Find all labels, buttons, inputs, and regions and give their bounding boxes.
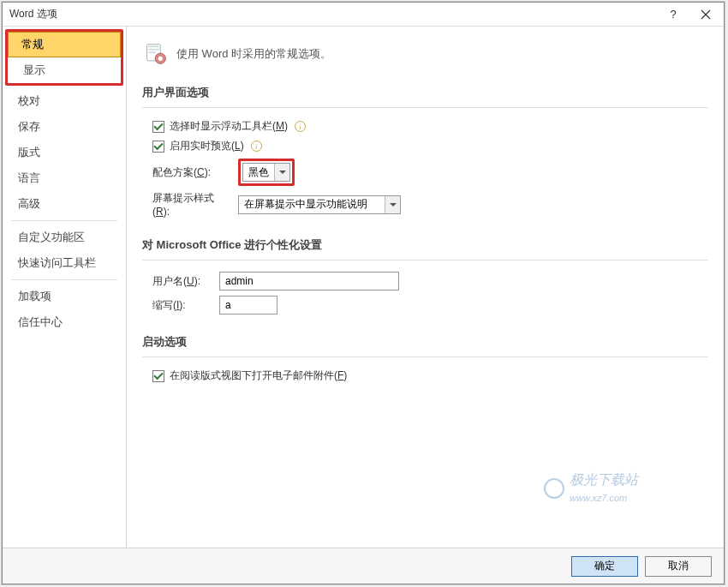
- sidebar-item-label: 高级: [18, 197, 40, 210]
- sidebar-separator: [11, 220, 117, 221]
- chevron-down-icon: [274, 164, 289, 181]
- chevron-down-icon: [385, 196, 400, 213]
- live-preview-label: 启用实时预览(L): [170, 139, 244, 153]
- content-header: 使用 Word 时采用的常规选项。: [142, 39, 708, 78]
- svg-rect-3: [148, 51, 156, 53]
- help-button[interactable]: ?: [657, 3, 689, 26]
- cancel-button[interactable]: 取消: [645, 556, 712, 577]
- sidebar-item-label: 加载项: [18, 290, 51, 302]
- sidebar-item-label: 信任中心: [18, 315, 63, 328]
- content-header-text: 使用 Word 时采用的常规选项。: [176, 46, 331, 62]
- sidebar-item-layout[interactable]: 版式: [3, 140, 126, 165]
- initials-label: 缩写(I):: [152, 298, 211, 313]
- sidebar-item-label: 校对: [18, 94, 40, 107]
- divider: [142, 260, 708, 261]
- sidebar-item-label: 快速访问工具栏: [18, 256, 96, 269]
- highlight-box-color-scheme: 黑色: [238, 159, 295, 186]
- mini-toolbar-checkbox[interactable]: [152, 121, 164, 133]
- sidebar-item-trust-center[interactable]: 信任中心: [3, 309, 126, 335]
- username-label: 用户名(U):: [152, 274, 211, 289]
- watermark-url: www.xz7.com: [570, 493, 627, 503]
- screentip-dropdown[interactable]: 在屏幕提示中显示功能说明: [238, 195, 401, 214]
- svg-rect-1: [148, 45, 158, 47]
- screentip-label: 屏幕提示样式(R):: [152, 191, 230, 218]
- watermark-text: 极光下载站: [570, 472, 638, 487]
- sidebar-item-advanced[interactable]: 高级: [3, 191, 126, 217]
- svg-point-5: [158, 57, 163, 61]
- live-preview-checkbox[interactable]: [152, 141, 164, 153]
- sidebar: 常规 显示 校对 保存 版式 语言 高级 自定义功能区 快速访问工具栏 加载项 …: [3, 27, 127, 548]
- open-attachments-label: 在阅读版式视图下打开电子邮件附件(F): [170, 368, 347, 383]
- sidebar-item-label: 显示: [23, 63, 45, 76]
- sidebar-item-label: 常规: [21, 38, 44, 51]
- options-icon: [144, 42, 168, 66]
- color-scheme-dropdown[interactable]: 黑色: [242, 163, 290, 182]
- watermark: 极光下载站 www.xz7.com: [544, 471, 638, 505]
- dropdown-value: 黑色: [248, 165, 274, 180]
- content-panel: 使用 Word 时采用的常规选项。 用户界面选项 选择时显示浮动工具栏(M) 启…: [127, 27, 724, 548]
- titlebar: Word 选项 ?: [3, 3, 724, 27]
- highlight-box-sidebar: 常规 显示: [5, 29, 123, 86]
- username-input[interactable]: [219, 272, 399, 291]
- sidebar-item-proofing[interactable]: 校对: [3, 88, 126, 114]
- section-title-ui: 用户界面选项: [142, 78, 708, 105]
- section-title-startup: 启动选项: [142, 327, 708, 355]
- color-scheme-label: 配色方案(C):: [152, 165, 230, 180]
- divider: [142, 107, 708, 108]
- ok-button[interactable]: 确定: [571, 556, 638, 577]
- dropdown-value: 在屏幕提示中显示功能说明: [244, 197, 385, 212]
- dialog-footer: 确定 取消: [3, 548, 724, 584]
- section-title-personalize: 对 Microsoft Office 进行个性化设置: [142, 231, 708, 258]
- sidebar-item-save[interactable]: 保存: [3, 114, 126, 140]
- sidebar-item-label: 版式: [18, 146, 40, 159]
- sidebar-item-addins[interactable]: 加载项: [3, 284, 126, 309]
- sidebar-item-quick-access[interactable]: 快速访问工具栏: [3, 250, 126, 276]
- close-icon: [701, 9, 711, 20]
- sidebar-item-general[interactable]: 常规: [8, 32, 121, 57]
- info-icon[interactable]: [251, 141, 262, 152]
- sidebar-item-label: 保存: [18, 120, 40, 133]
- initials-input[interactable]: [219, 296, 277, 314]
- sidebar-item-language[interactable]: 语言: [3, 165, 126, 191]
- sidebar-item-label: 自定义功能区: [18, 231, 85, 243]
- close-button[interactable]: [689, 3, 722, 26]
- window-title: Word 选项: [9, 7, 657, 21]
- info-icon[interactable]: [295, 121, 306, 132]
- sidebar-separator: [11, 279, 117, 280]
- sidebar-item-customize-ribbon[interactable]: 自定义功能区: [3, 225, 126, 250]
- sidebar-item-label: 语言: [18, 171, 40, 184]
- svg-rect-2: [148, 49, 158, 51]
- sidebar-item-display[interactable]: 显示: [8, 57, 121, 83]
- watermark-logo-icon: [544, 478, 564, 499]
- mini-toolbar-label: 选择时显示浮动工具栏(M): [170, 119, 288, 134]
- open-attachments-checkbox[interactable]: [152, 370, 164, 382]
- divider: [142, 356, 708, 357]
